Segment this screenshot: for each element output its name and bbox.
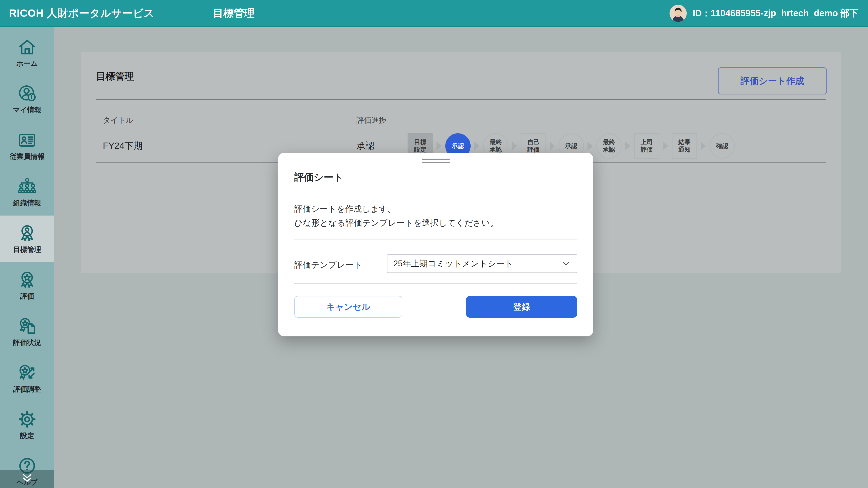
- chevron-down-icon: [561, 259, 571, 268]
- step-arrow-icon: [663, 142, 668, 150]
- sidebar-item-label: 評価調整: [13, 385, 41, 394]
- sidebar-item-home[interactable]: ホーム: [0, 29, 54, 76]
- sidebar-item-settings[interactable]: 設定: [0, 402, 54, 448]
- step-arrow-icon: [436, 142, 442, 150]
- modal-divider: [294, 195, 577, 195]
- cancel-button[interactable]: キャンセル: [294, 296, 402, 318]
- header-page-title: 目標管理: [213, 6, 254, 20]
- step-arrow-icon: [587, 142, 593, 150]
- step-arrow-icon: [701, 142, 706, 150]
- template-select-value: 25年上期コミットメントシート: [393, 258, 513, 269]
- modal-title: 評価シート: [294, 171, 343, 184]
- user-box[interactable]: ID：1104685955-zjp_hrtech_demo 部下: [670, 5, 859, 22]
- sidebar-item-label: 目標管理: [13, 245, 41, 254]
- drag-handle-icon: [422, 159, 450, 165]
- user-avatar[interactable]: [670, 5, 687, 22]
- sidebar-scroll-indicator[interactable]: [0, 470, 54, 488]
- modal-description-line: 評価シートを作成します。: [294, 202, 498, 216]
- sidebar-item-my-info[interactable]: マイ情報: [0, 76, 54, 123]
- panel-title: 目標管理: [96, 70, 134, 83]
- sidebar-item-label: 設定: [20, 431, 34, 441]
- progress-step-6: 最終 承認: [596, 133, 622, 159]
- org-chart-icon: [17, 177, 37, 197]
- sidebar-item-goals[interactable]: 目標管理: [0, 216, 54, 262]
- badge-document-icon: [17, 316, 37, 336]
- progress-step-8: 結果 通知: [672, 133, 697, 159]
- sidebar-item-label: 従業員情報: [10, 152, 45, 161]
- sidebar-item-org[interactable]: 組織情報: [0, 169, 54, 216]
- badge-person-icon: [17, 223, 37, 243]
- gear-icon: [17, 410, 37, 429]
- badge-star-icon: [17, 270, 37, 290]
- modal-description: 評価シートを作成します。 ひな形となる評価テンプレートを選択してください。: [294, 202, 498, 230]
- step-arrow-icon: [625, 142, 630, 150]
- create-eval-sheet-button[interactable]: 評価シート作成: [718, 67, 827, 94]
- step-arrow-icon: [474, 142, 479, 150]
- sidebar-nav: ホーム マイ情報 従業員情報 組織情報 目標管理 評価 評価状況 評価調整 設定…: [0, 27, 54, 488]
- sidebar-item-eval-adjust[interactable]: 評価調整: [0, 355, 54, 402]
- sidebar-item-label: ホーム: [17, 59, 38, 68]
- sidebar-item-label: 組織情報: [13, 198, 41, 208]
- table-header-divider: [96, 99, 826, 100]
- home-icon: [17, 37, 37, 57]
- modal-divider: [294, 283, 577, 284]
- modal-divider: [294, 239, 577, 239]
- progress-step-9: 確認: [710, 133, 735, 159]
- register-button[interactable]: 登録: [466, 296, 577, 318]
- row-title: FY24下期: [103, 139, 143, 152]
- template-select-label: 評価テンプレート: [294, 259, 362, 271]
- sidebar-item-eval-status[interactable]: 評価状況: [0, 308, 54, 355]
- modal-description-line: ひな形となる評価テンプレートを選択してください。: [294, 216, 498, 230]
- column-header-title: タイトル: [103, 115, 133, 125]
- app-brand: RICOH 人財ポータルサービス: [9, 6, 154, 20]
- sidebar-item-label: マイ情報: [13, 105, 41, 115]
- sidebar-item-employees[interactable]: 従業員情報: [0, 123, 54, 169]
- step-arrow-icon: [550, 142, 555, 150]
- column-header-progress: 評価進捗: [356, 115, 386, 125]
- app-header: RICOH 人財ポータルサービス 目標管理 ID：1104685955-zjp_…: [0, 0, 868, 27]
- row-status: 承認: [356, 139, 375, 152]
- id-card-icon: [17, 130, 37, 150]
- step-arrow-icon: [512, 142, 517, 150]
- sidebar-item-label: 評価状況: [13, 338, 41, 348]
- sidebar-item-label: 評価: [20, 291, 34, 301]
- eval-sheet-modal: 評価シート 評価シートを作成します。 ひな形となる評価テンプレートを選択してくだ…: [278, 153, 593, 336]
- badge-arrows-icon: [17, 363, 37, 383]
- sidebar-item-evaluation[interactable]: 評価: [0, 262, 54, 308]
- progress-step-7: 上司 評価: [634, 133, 659, 159]
- user-id-label: ID：1104685955-zjp_hrtech_demo 部下: [692, 7, 859, 20]
- person-info-icon: [17, 84, 37, 103]
- template-select[interactable]: 25年上期コミットメントシート: [387, 254, 577, 273]
